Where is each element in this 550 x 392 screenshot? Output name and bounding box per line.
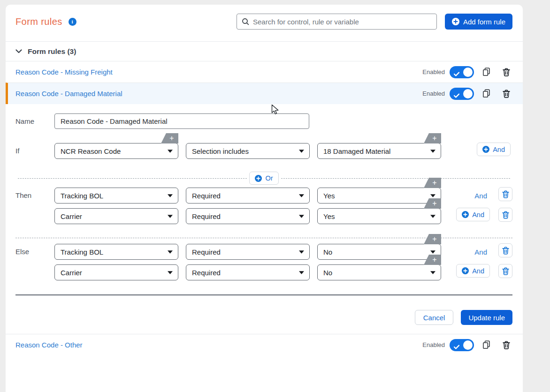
plus-circle-icon — [462, 211, 469, 218]
toggle-knob — [463, 340, 473, 350]
dashed-line — [281, 178, 510, 179]
enabled-toggle[interactable] — [450, 66, 474, 78]
editor-footer-divider — [15, 294, 512, 295]
control-dropdown[interactable]: + NCR Reason Code — [54, 143, 178, 159]
rule-title-link[interactable]: Reason Code - Other — [15, 341, 83, 349]
rule-name-input[interactable] — [54, 113, 309, 129]
dropdown-caret-icon — [168, 194, 173, 197]
plus-circle-icon — [462, 267, 469, 274]
dropdown-caret-icon — [430, 215, 435, 218]
dropdown-caret-icon — [299, 271, 304, 274]
dropdown-caret-icon — [430, 250, 435, 254]
page-title: Form rules — [15, 16, 62, 27]
dropdown-caret-icon — [430, 150, 435, 153]
trash-icon — [502, 211, 509, 219]
add-and-action-button[interactable]: And — [456, 264, 490, 278]
add-and-action-button[interactable]: And — [456, 208, 490, 221]
rule-row: Reason Code - Damaged Material Enabled — [6, 83, 523, 104]
operator-dropdown[interactable]: Required — [186, 244, 310, 260]
check-icon — [454, 91, 459, 100]
add-expression-tab[interactable]: + — [161, 133, 178, 143]
operator-dropdown[interactable]: Required — [186, 208, 310, 224]
duplicate-rule-button[interactable] — [482, 340, 490, 349]
dropdown-caret-icon — [299, 194, 304, 197]
delete-rule-button[interactable] — [503, 341, 510, 349]
operator-dropdown[interactable]: Selection includes — [186, 143, 310, 159]
dropdown-caret-icon — [299, 250, 304, 254]
name-label: Name — [15, 117, 54, 125]
info-icon[interactable]: i — [69, 18, 76, 26]
add-form-rule-button[interactable]: Add form rule — [445, 14, 512, 30]
form-rules-section-toggle[interactable]: Form rules (3) — [6, 42, 523, 61]
chevron-down-icon — [15, 49, 22, 53]
cancel-button[interactable]: Cancel — [415, 310, 454, 325]
update-rule-button[interactable]: Update rule — [461, 310, 512, 325]
value-dropdown[interactable]: + Yes — [317, 208, 441, 224]
dropdown-caret-icon — [168, 250, 173, 254]
toggle-knob — [463, 89, 473, 98]
rule-title-link[interactable]: Reason Code - Damaged Material — [15, 90, 122, 98]
duplicate-rule-button[interactable] — [482, 68, 490, 76]
search-input[interactable] — [253, 18, 432, 26]
add-expression-tab[interactable]: + — [424, 133, 441, 143]
operator-dropdown[interactable]: Required — [186, 264, 310, 280]
trash-icon — [502, 267, 509, 275]
search-box — [237, 14, 437, 30]
check-icon — [454, 70, 459, 78]
delete-rule-button[interactable] — [503, 90, 510, 98]
value-dropdown[interactable]: + Yes — [317, 188, 441, 204]
add-and-condition-button[interactable]: And — [477, 143, 511, 156]
enabled-label: Enabled — [422, 68, 445, 75]
delete-action-button[interactable] — [498, 243, 512, 257]
rule-row: Reason Code - Missing Freight Enabled — [6, 61, 523, 83]
operator-dropdown[interactable]: Required — [186, 188, 310, 204]
enabled-label: Enabled — [422, 90, 445, 97]
delete-rule-button[interactable] — [503, 68, 510, 76]
enabled-toggle[interactable] — [450, 88, 474, 100]
dropdown-caret-icon — [299, 215, 304, 218]
rule-row: Reason Code - Other Enabled — [6, 334, 523, 355]
form-rules-panel: Form rules i Add form rule Form rules (3… — [6, 5, 523, 392]
dropdown-caret-icon — [168, 150, 173, 153]
control-dropdown[interactable]: Carrier — [54, 208, 178, 224]
enabled-label: Enabled — [422, 341, 445, 348]
delete-action-button[interactable] — [498, 208, 512, 222]
if-label: If — [15, 143, 54, 159]
value-dropdown[interactable]: + No — [317, 264, 441, 280]
trash-icon — [503, 68, 510, 76]
control-dropdown[interactable]: Carrier — [54, 264, 178, 280]
copy-icon — [482, 89, 490, 98]
add-expression-tab[interactable]: + — [424, 234, 441, 244]
control-dropdown[interactable]: Tracking BOL — [54, 188, 178, 204]
dashed-line — [18, 178, 247, 179]
dropdown-caret-icon — [299, 150, 304, 153]
check-icon — [454, 343, 459, 351]
else-label: Else — [15, 244, 54, 260]
value-dropdown[interactable]: + No — [317, 244, 441, 260]
duplicate-rule-button[interactable] — [482, 89, 490, 98]
value-dropdown[interactable]: + 18 Damaged Material — [317, 143, 441, 159]
rule-title-link[interactable]: Reason Code - Missing Freight — [15, 68, 113, 76]
and-connector-label: And — [474, 248, 487, 256]
delete-action-button[interactable] — [498, 264, 512, 278]
trash-icon — [503, 90, 510, 98]
plus-circle-icon — [482, 146, 489, 153]
copy-icon — [482, 68, 490, 76]
trash-icon — [502, 247, 509, 255]
enabled-toggle[interactable] — [450, 339, 474, 351]
trash-icon — [503, 341, 510, 349]
control-dropdown[interactable]: Tracking BOL — [54, 244, 178, 260]
delete-action-button[interactable] — [498, 187, 512, 201]
plus-circle-icon — [452, 18, 459, 25]
dropdown-caret-icon — [430, 194, 435, 197]
and-connector-label: And — [474, 192, 487, 200]
top-bar: Form rules i Add form rule — [6, 14, 523, 30]
dropdown-caret-icon — [168, 271, 173, 274]
copy-icon — [482, 340, 490, 349]
then-row-label — [15, 208, 54, 224]
plus-circle-icon — [255, 175, 262, 182]
rule-editor: Name If + NCR Reason Code Selection incl… — [6, 113, 523, 325]
then-label: Then — [15, 188, 54, 204]
section-title: Form rules (3) — [28, 47, 76, 56]
add-or-condition-button[interactable]: Or — [249, 172, 278, 185]
